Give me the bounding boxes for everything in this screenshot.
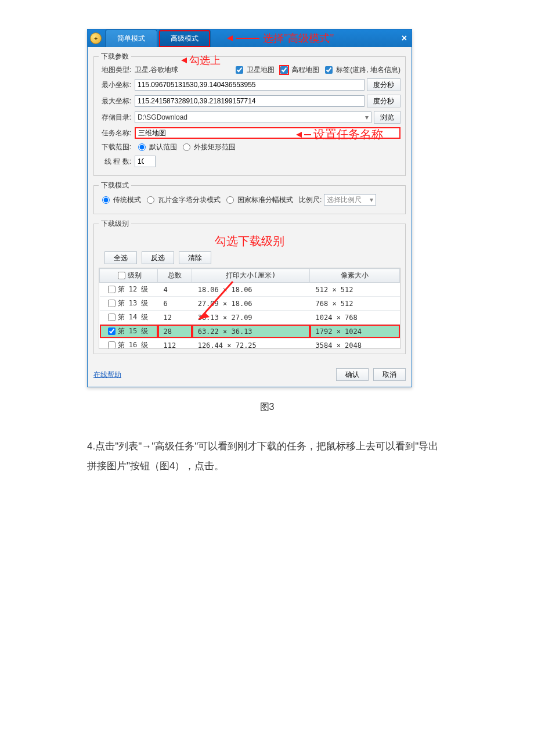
table-row[interactable]: 第 14 级1236.13 × 27.091024 × 768 (100, 311, 400, 325)
cell-level: 第 13 级 (118, 299, 149, 307)
row-min-coord: 最小坐标: 度分秒 (99, 78, 400, 91)
dialog-footer: 在线帮助 确认 取消 (88, 365, 412, 387)
cell-level: 第 16 级 (118, 341, 149, 349)
radio-range-rect-label: 外接矩形范围 (194, 142, 236, 152)
checkbox-row[interactable] (108, 300, 116, 307)
checkbox-row[interactable] (108, 314, 116, 321)
annotation-check: 勾选上 (181, 53, 221, 67)
row-range: 下载范围: 默认范围 外接矩形范围 (99, 142, 400, 152)
cell-pixel: 1024 × 768 (310, 311, 400, 325)
checkbox-header[interactable] (118, 272, 125, 279)
titlebar: ✦ 简单模式 高级模式 选择"高级模式" × (88, 30, 412, 47)
checkbox-label-label: 标签(道路, 地名信息) (336, 65, 400, 75)
checkbox-row[interactable] (108, 286, 116, 293)
th-print: 打印大小(厘米) (192, 269, 310, 283)
cell-level: 第 15 级 (118, 327, 149, 335)
dialog: ✦ 简单模式 高级模式 选择"高级模式" × 下载参数 勾选上 地图类型: 卫星… (87, 29, 412, 387)
scale-label: 比例尺: (299, 195, 322, 205)
table-row[interactable]: 第 13 级627.09 × 18.06768 × 512 (100, 297, 400, 311)
figure-caption: 图3 (87, 401, 447, 413)
legend-download-mode: 下载模式 (99, 181, 131, 190)
th-pixel: 像素大小 (310, 269, 400, 283)
checkbox-row[interactable] (108, 341, 116, 349)
level-buttons: 全选 反选 清除 (104, 251, 400, 264)
instruction-paragraph: 4.点击"列表"→"高级任务"可以看到刚才下载的任务，把鼠标移上去可以看到"导出… (87, 437, 447, 476)
cell-level: 第 12 级 (118, 285, 149, 293)
legend-download-level: 下载级别 (99, 219, 131, 229)
dms-button-max[interactable]: 度分秒 (367, 95, 400, 107)
cancel-button[interactable]: 取消 (373, 368, 406, 381)
max-coord-label: 最大坐标: (99, 96, 131, 106)
cell-print: 27.09 × 18.06 (192, 297, 310, 311)
cell-total: 12 (158, 311, 192, 325)
arrow-line-icon (304, 134, 311, 135)
radio-range-default-label: 默认范围 (149, 142, 177, 152)
min-coord-label: 最小坐标: (99, 80, 131, 90)
tab-simple[interactable]: 简单模式 (105, 30, 157, 47)
annotation-level: 勾选下载级别 (99, 233, 400, 249)
max-coord-input[interactable] (135, 95, 365, 107)
radio-mode-tile[interactable] (147, 196, 154, 204)
table-row[interactable]: 第 15 级2863.22 × 36.131792 × 1024 (100, 325, 400, 339)
cell-pixel: 1792 × 1024 (310, 325, 400, 339)
legend-download-params: 下载参数 (99, 52, 131, 62)
fieldset-download-level: 下载级别 勾选下载级别 全选 反选 清除 级别 总数 打印大小(厘米 (93, 219, 406, 354)
scale-combo[interactable]: 选择比例尺 ▾ (324, 194, 376, 206)
help-link[interactable]: 在线帮助 (93, 370, 121, 380)
cell-total: 6 (158, 297, 192, 311)
app-icon: ✦ (90, 33, 102, 44)
th-level: 级别 (128, 271, 142, 279)
table-row[interactable]: 第 12 级418.06 × 18.06512 × 512 (100, 283, 400, 297)
scale-value: 选择比例尺 (327, 195, 362, 205)
ok-button[interactable]: 确认 (336, 368, 369, 381)
radio-mode-national-label: 国家标准分幅模式 (237, 195, 293, 205)
map-type-label: 地图类型: (99, 65, 131, 75)
dir-value: D:\SGDownload (138, 113, 187, 121)
radio-range-rect[interactable] (183, 143, 190, 151)
fieldset-download-mode: 下载模式 传统模式 瓦片金字塔分块模式 国家标准分幅模式 比例尺: 选择比例尺 … (93, 181, 406, 214)
annotation-text: 设置任务名称 (313, 127, 383, 142)
radio-range-default[interactable] (138, 143, 146, 151)
radio-mode-national[interactable] (226, 196, 234, 204)
cell-total: 28 (158, 325, 192, 339)
cell-pixel: 768 × 512 (310, 297, 400, 311)
threads-input[interactable] (135, 156, 156, 167)
level-table-wrap: 级别 总数 打印大小(厘米) 像素大小 第 12 级418.06 × 18.06… (99, 268, 400, 349)
row-max-coord: 最大坐标: 度分秒 (99, 95, 400, 107)
arrow-left-icon (296, 132, 302, 138)
chevron-down-icon: ▾ (365, 113, 369, 121)
row-mode: 传统模式 瓦片金字塔分块模式 国家标准分幅模式 比例尺: 选择比例尺 ▾ (99, 194, 400, 206)
clear-button[interactable]: 清除 (179, 251, 211, 264)
row-dir: 存储目录: D:\SGDownload ▾ 浏览 (99, 111, 400, 124)
dir-combo[interactable]: D:\SGDownload ▾ (135, 111, 371, 123)
arrow-left-icon (227, 35, 233, 41)
checkbox-label[interactable] (325, 66, 333, 74)
tab-advanced[interactable]: 高级模式 (158, 30, 211, 47)
close-icon[interactable]: × (402, 33, 407, 44)
row-threads: 线 程 数: (99, 156, 400, 167)
invert-button[interactable]: 反选 (142, 251, 174, 264)
radio-mode-traditional-label: 传统模式 (113, 195, 141, 205)
select-all-button[interactable]: 全选 (104, 251, 137, 264)
cell-level: 第 14 级 (118, 313, 149, 321)
row-task: 任务名称: 设置任务名称 (99, 127, 400, 139)
table-row[interactable]: 第 16 级112126.44 × 72.253584 × 2048 (100, 339, 400, 350)
min-coord-input[interactable] (135, 79, 365, 91)
checkbox-dem[interactable] (280, 66, 288, 74)
threads-label: 线 程 数: (99, 157, 131, 167)
radio-mode-traditional[interactable] (102, 196, 110, 204)
chevron-down-icon: ▾ (370, 196, 373, 204)
checkbox-row[interactable] (108, 327, 116, 335)
arrow-line-icon (236, 38, 259, 39)
checkbox-satellite[interactable] (236, 66, 243, 74)
arrow-left-icon (181, 57, 187, 63)
cell-total: 4 (158, 283, 192, 297)
cell-total: 112 (158, 339, 192, 350)
annotation-text: 选择"高级模式" (263, 31, 334, 45)
annotation-task: 设置任务名称 (296, 127, 383, 142)
browse-button[interactable]: 浏览 (374, 111, 400, 124)
dms-button-min[interactable]: 度分秒 (367, 78, 400, 91)
radio-mode-tile-label: 瓦片金字塔分块模式 (158, 195, 221, 205)
annotation-text: 勾选上 (189, 53, 221, 67)
checkbox-dem-label: 高程地图 (291, 65, 319, 75)
